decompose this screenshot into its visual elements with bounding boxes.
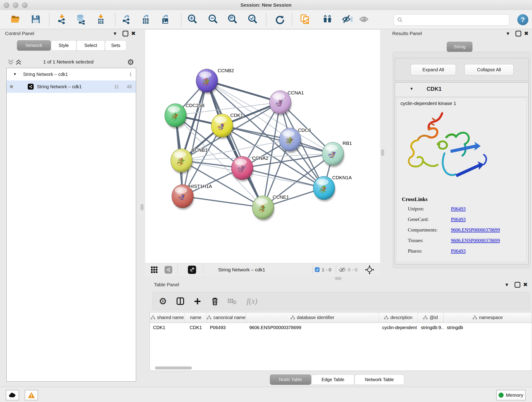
gene-card-header[interactable]: ▼ CDK1 <box>395 83 528 97</box>
tab-select[interactable]: Select <box>76 40 105 51</box>
zoom-out-icon[interactable] <box>208 14 219 25</box>
crosslink-link[interactable]: P06493 <box>451 248 466 254</box>
import-network-from-file-icon[interactable] <box>56 14 67 25</box>
tab-style[interactable]: Style <box>51 40 76 51</box>
network-node-RB1[interactable] <box>322 142 344 166</box>
memory-button[interactable]: Memory <box>496 390 526 400</box>
node-table[interactable]: shared name name canonical name database… <box>150 312 532 371</box>
left-splitter-handle[interactable] <box>141 204 143 211</box>
refresh-view-icon[interactable] <box>274 14 285 25</box>
cloud-status-button[interactable] <box>6 390 19 400</box>
column-header[interactable]: name <box>185 313 207 323</box>
help-button[interactable]: ? <box>517 14 528 25</box>
table-panel-menu-icon[interactable]: ▾ <box>503 281 510 288</box>
table-panel-close-icon[interactable]: ✖ <box>522 281 529 288</box>
warning-icon <box>28 392 35 398</box>
network-canvas[interactable]: CCNB2CCNA1CDC25BCDK1CDC6RB1CCNB1CCNA2CDK… <box>145 30 380 263</box>
search-input[interactable] <box>403 17 502 23</box>
network-row[interactable]: String Network – cdk1 11 48 <box>7 80 136 93</box>
crosslink-link[interactable]: P06493 <box>451 217 466 222</box>
results-panel-menu-icon[interactable]: ▾ <box>505 30 511 37</box>
zoom-in-icon[interactable] <box>187 14 198 25</box>
network-node-CCNE1[interactable] <box>252 196 274 219</box>
node-label-CDC25B: CDC25B <box>186 103 205 108</box>
network-row-label: String Network – cdk1 <box>37 84 82 89</box>
bottom-splitter-handle[interactable] <box>335 277 341 280</box>
tab-sets[interactable]: Sets <box>105 40 127 51</box>
first-neighbors-icon[interactable] <box>322 14 333 25</box>
string-network-graph[interactable]: CCNB2CCNA1CDC25BCDK1CDC6RB1CCNB1CCNA2CDK… <box>145 30 380 263</box>
show-all-icon[interactable] <box>358 14 369 25</box>
export-table-icon[interactable] <box>140 14 152 25</box>
import-table-from-file-icon[interactable] <box>95 14 106 25</box>
column-header[interactable]: description <box>379 313 418 323</box>
network-list: ▼ String Network – cdk1 1 String Network… <box>6 68 136 382</box>
results-panel-close-icon[interactable]: ✖ <box>523 30 530 37</box>
network-node-CDC25B[interactable] <box>165 104 186 127</box>
function-builder-icon[interactable]: f(x) <box>243 296 261 307</box>
add-column-icon[interactable]: + <box>192 296 203 308</box>
new-network-from-selection-icon[interactable] <box>299 14 310 25</box>
search-box[interactable] <box>394 14 509 26</box>
control-panel-menu-icon[interactable]: ▾ <box>112 30 119 37</box>
import-network-from-database-icon[interactable] <box>75 14 86 25</box>
results-panel-float-icon[interactable] <box>515 30 522 37</box>
expand-all-button[interactable]: Expand All <box>411 64 456 75</box>
column-header[interactable]: namespace <box>443 313 532 323</box>
export-image-icon[interactable] <box>160 14 171 25</box>
crosslink-link[interactable]: 9606.ENSP00000378699 <box>451 227 500 233</box>
delete-column-trash-icon[interactable] <box>209 296 220 307</box>
tab-edge-table[interactable]: Edge Table <box>312 375 354 385</box>
selected-items-checkbox-icon[interactable] <box>315 267 320 272</box>
warnings-button[interactable] <box>25 390 38 400</box>
table-options-gear-icon[interactable]: ⚙ <box>157 296 168 307</box>
netbar-separator <box>312 265 313 274</box>
tab-network-table[interactable]: Network Table <box>355 375 404 385</box>
open-session-icon[interactable] <box>10 14 21 25</box>
network-node-CDKN1A[interactable] <box>313 176 335 200</box>
crosslink-row: GeneCard: P06493 <box>397 217 526 223</box>
network-node-CCNA2[interactable] <box>231 156 253 180</box>
table-row[interactable]: CDK1 CDK1 P06493 9606.ENSP00000378699 cy… <box>150 323 532 332</box>
show-columns-icon[interactable] <box>175 296 186 307</box>
column-header[interactable]: @id <box>418 313 443 323</box>
crosslink-label: Pharos: <box>408 248 422 254</box>
network-options-gear-icon[interactable]: ⚙ <box>127 58 134 66</box>
gene-card-collapse-icon[interactable]: ▼ <box>410 87 413 91</box>
network-node-CDC6[interactable] <box>279 128 301 151</box>
protein-structure-image <box>403 110 495 185</box>
column-header[interactable]: canonical name <box>207 313 246 323</box>
table-panel-float-icon[interactable] <box>514 281 521 288</box>
horizontal-scrollbar-thumb[interactable] <box>155 366 192 370</box>
column-header[interactable]: shared name <box>150 313 185 323</box>
control-panel-close-icon[interactable]: ✖ <box>130 30 137 37</box>
crosslink-row: Pharos: P06493 <box>397 248 526 255</box>
zoom-selected-icon[interactable] <box>247 14 258 25</box>
birds-eye-view-icon[interactable] <box>150 266 158 274</box>
tab-network[interactable]: Network <box>17 40 51 51</box>
control-panel-float-icon[interactable] <box>122 30 129 37</box>
right-splitter-handle[interactable] <box>381 149 384 156</box>
delete-table-icon[interactable] <box>227 296 238 307</box>
network-node-CDK1[interactable] <box>211 114 233 137</box>
open-in-new-window-icon[interactable] <box>188 266 196 274</box>
network-node-CCNB2[interactable] <box>196 69 218 92</box>
save-session-icon[interactable] <box>30 14 41 25</box>
hide-selected-icon[interactable] <box>342 14 353 25</box>
zoom-fit-content-icon[interactable] <box>227 14 238 25</box>
tab-node-table[interactable]: Node Table <box>270 375 311 385</box>
netbar-separator <box>203 265 203 274</box>
column-header[interactable]: database identifier <box>246 313 379 323</box>
node-label-CCNB1: CCNB1 <box>191 147 208 153</box>
fit-selected-crosshair-icon[interactable] <box>365 265 374 275</box>
network-node-CCNB1[interactable] <box>171 149 192 172</box>
collapse-all-button[interactable]: Collapse All <box>464 64 514 75</box>
crosslink-link[interactable]: 9606.ENSP00000378699 <box>451 238 500 243</box>
export-network-icon[interactable] <box>121 14 132 25</box>
network-node-count: 11 <box>114 84 119 89</box>
toolbar-separator <box>49 13 50 26</box>
network-collection-row[interactable]: ▼ String Network – cdk1 1 <box>7 68 136 80</box>
crosslink-link[interactable]: P06493 <box>451 206 466 212</box>
collection-expander-icon[interactable]: ▼ <box>13 72 17 76</box>
tab-string[interactable]: String <box>447 42 472 52</box>
